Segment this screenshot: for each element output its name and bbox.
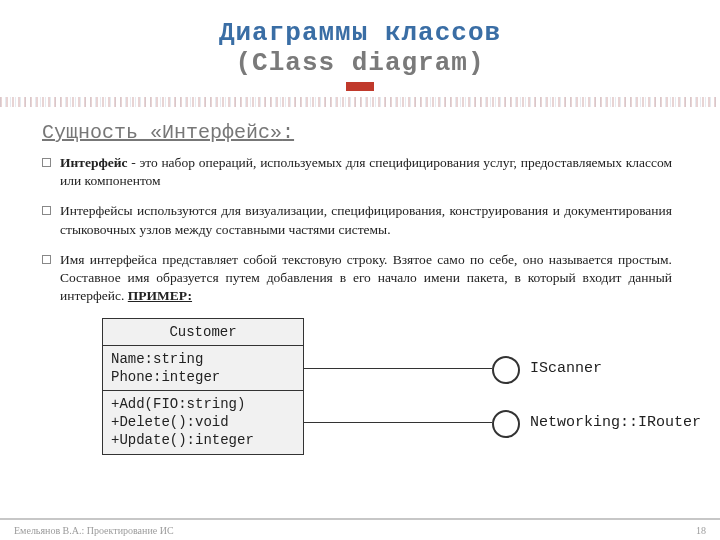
- example-label: ПРИМЕР:: [128, 288, 192, 303]
- footer-author: Емельянов В.А.: Проектирование ИС: [14, 525, 174, 536]
- section-title-text: Сущность «Интерфейс»: [42, 121, 282, 144]
- interface-label: IScanner: [530, 360, 602, 377]
- bullet-text: - это набор операций, используемых для с…: [60, 155, 672, 188]
- slide-footer: Емельянов В.А.: Проектирование ИС 18: [0, 518, 720, 540]
- list-item: Имя интерфейса представляет собой тексто…: [60, 251, 672, 306]
- bullet-text: Интерфейсы используются для визуализации…: [60, 203, 672, 236]
- page-number: 18: [696, 525, 706, 536]
- class-attr: Name:string: [111, 350, 295, 368]
- connector-line: [304, 422, 492, 423]
- bullet-list: Интерфейс - это набор операций, использу…: [42, 154, 678, 306]
- class-attr: Phone:integer: [111, 368, 295, 386]
- lead-bold: Интерфейс: [60, 155, 128, 170]
- class-attributes-cell: Name:string Phone:integer: [103, 346, 303, 391]
- interface-circle-icon: [492, 410, 520, 438]
- connector-line: [304, 368, 492, 369]
- section-title: Сущность «Интерфейс»:: [42, 121, 678, 144]
- class-diagram: Customer Name:string Phone:integer +Add(…: [42, 318, 678, 478]
- slide-title-sub: (Class diagram): [0, 48, 720, 78]
- section-title-colon: :: [282, 121, 294, 144]
- class-op: +Update():integer: [111, 431, 295, 449]
- slide-title-main: Диаграммы классов: [0, 18, 720, 48]
- interface-label: Networking::IRouter: [530, 414, 701, 431]
- list-item: Интерфейсы используются для визуализации…: [60, 202, 672, 238]
- class-box: Customer Name:string Phone:integer +Add(…: [102, 318, 304, 455]
- class-op: +Add(FIO:string): [111, 395, 295, 413]
- interface-circle-icon: [492, 356, 520, 384]
- decorative-band: [0, 97, 720, 107]
- class-operations-cell: +Add(FIO:string) +Delete():void +Update(…: [103, 391, 303, 454]
- accent-bar: [346, 82, 374, 91]
- list-item: Интерфейс - это набор операций, использу…: [60, 154, 672, 190]
- class-name-cell: Customer: [103, 319, 303, 346]
- class-op: +Delete():void: [111, 413, 295, 431]
